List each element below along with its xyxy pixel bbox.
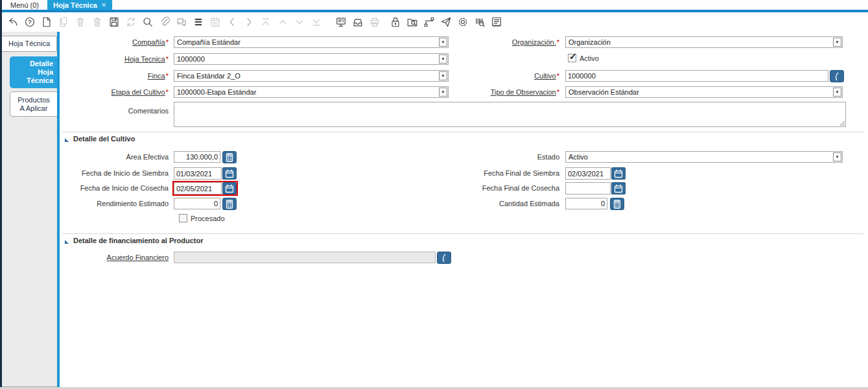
rendimiento-estimado-input[interactable]: [174, 198, 220, 209]
zoom-record-icon: [832, 72, 841, 81]
fecha-inicio-siembra-calendar-button[interactable]: [222, 167, 237, 180]
fecha-final-cosecha-calendar-button[interactable]: [611, 182, 626, 194]
sidebar-tab-hoja-tecnica-label: Hoja Técnica: [8, 40, 50, 48]
organizacion-label: Organización.*: [410, 36, 559, 48]
cultivo-input[interactable]: [565, 70, 828, 82]
compania-select[interactable]: Compañía Estándar ▼: [174, 36, 449, 48]
delete-selection-icon[interactable]: [91, 16, 103, 28]
chevron-down-icon[interactable]: ▼: [833, 38, 841, 47]
acuerdo-financiero-zoom-record-button[interactable]: [437, 252, 451, 264]
sidebar-tab-productos-a-aplicar[interactable]: Productos A Aplicar: [10, 91, 57, 117]
save-icon[interactable]: [108, 16, 120, 28]
close-tab-icon[interactable]: ✕: [101, 1, 106, 8]
calendar-icon: [225, 169, 234, 178]
cantidad-estimada-calculator-button[interactable]: [610, 198, 624, 210]
requery-icon[interactable]: [125, 16, 137, 28]
section-divider: [62, 132, 863, 132]
organizacion-value: Organización: [566, 38, 832, 46]
area-efectiva-input[interactable]: [174, 151, 220, 163]
last-record-icon[interactable]: [311, 16, 322, 28]
check-icon: ✓: [569, 51, 577, 62]
previous-record-icon[interactable]: [277, 16, 288, 28]
fecha-inicio-siembra-input[interactable]: [174, 167, 222, 180]
tipo-observacion-label: Tipo de Observacion*: [410, 86, 559, 98]
help-icon[interactable]: [24, 16, 36, 28]
sidebar-tab-productos-line: Productos: [10, 96, 57, 104]
fecha-final-cosecha-field: [565, 182, 626, 194]
chevron-down-icon[interactable]: ▼: [833, 152, 841, 161]
calculator-icon: [225, 153, 234, 162]
fecha-final-cosecha-input[interactable]: [565, 182, 611, 194]
attachment-icon[interactable]: [159, 16, 170, 28]
tab-hoja-tecnica[interactable]: Hoja Técnica ✕: [47, 0, 112, 10]
fecha-final-cosecha-label: Fecha Final de Cosecha: [410, 182, 559, 194]
application-window: Menú (0) Hoja Técnica ✕: [0, 0, 868, 389]
first-record-icon[interactable]: [260, 16, 272, 28]
sidebar-tab-hoja-tecnica[interactable]: Hoja Técnica: [2, 36, 57, 52]
estado-select[interactable]: Activo ▼: [565, 151, 843, 163]
section-detalle-cultivo-title: Detalle del Cultivo: [73, 135, 135, 143]
workflow-icon[interactable]: [423, 16, 435, 28]
calculator-icon: [613, 200, 622, 209]
fecha-final-siembra-calendar-button[interactable]: [611, 167, 626, 180]
preferences-icon[interactable]: [457, 16, 469, 28]
tab-hoja-tecnica-label: Hoja Técnica: [53, 1, 97, 9]
copy-record-icon[interactable]: [58, 16, 69, 28]
acuerdo-financiero-input[interactable]: [174, 252, 436, 263]
chevron-down-icon[interactable]: ▼: [439, 54, 447, 64]
rendimiento-estimado-calculator-button[interactable]: [222, 198, 237, 210]
activo-label: Activo: [580, 54, 599, 63]
area-efectiva-calculator-button[interactable]: [222, 151, 237, 163]
delete-record-icon[interactable]: [75, 16, 86, 28]
chevron-down-icon[interactable]: ▼: [833, 88, 841, 97]
find-icon[interactable]: [142, 16, 154, 28]
fecha-inicio-cosecha-calendar-button[interactable]: [222, 182, 237, 194]
zoom-across-icon[interactable]: [406, 16, 418, 28]
activo-checkbox[interactable]: ✓: [568, 54, 576, 62]
new-record-icon[interactable]: [41, 16, 53, 28]
calendar-icon: [225, 184, 234, 193]
collapse-triangle-icon: [65, 240, 69, 244]
collapse-triangle-icon: [65, 138, 69, 142]
hoja-tecnica-label: Hoja Tecnica*: [60, 53, 169, 65]
organizacion-select[interactable]: Organización ▼: [565, 36, 843, 48]
next-record-icon[interactable]: [294, 16, 305, 28]
finca-select[interactable]: Finca Estándar 2_O ▼: [174, 70, 449, 82]
fecha-final-siembra-input[interactable]: [565, 167, 611, 180]
finca-value: Finca Estándar 2_O: [174, 72, 438, 80]
procesado-checkbox[interactable]: ✓: [179, 214, 187, 222]
cultivo-zoom-record-button[interactable]: [830, 70, 844, 82]
comentarios-textarea[interactable]: [174, 102, 846, 127]
undo-icon[interactable]: [7, 16, 19, 28]
grid-toggle-icon[interactable]: [193, 16, 204, 28]
etapa-cultivo-select[interactable]: 1000000-Etapa Estándar ▼: [174, 86, 449, 98]
product-info-icon[interactable]: [474, 16, 486, 28]
acuerdo-financiero-label: Acuerdo Financiero: [60, 252, 169, 263]
print-icon[interactable]: [369, 16, 381, 28]
calendar-icon[interactable]: [209, 16, 221, 28]
lock-icon[interactable]: [390, 16, 401, 28]
sidebar-tab-detalle-hoja-tecnica[interactable]: Detalle Hoja Técnica: [10, 56, 57, 88]
tipo-observacion-select[interactable]: Observación Estándar ▼: [565, 86, 843, 98]
section-detalle-cultivo[interactable]: Detalle del Cultivo: [65, 135, 135, 143]
zoom-record-icon: [440, 253, 449, 263]
archive-icon[interactable]: [352, 16, 364, 28]
tab-menu[interactable]: Menú (0): [2, 0, 47, 10]
nav-right-icon[interactable]: [243, 16, 255, 28]
nav-left-icon[interactable]: [226, 16, 238, 28]
fecha-inicio-cosecha-input[interactable]: [174, 182, 222, 194]
etapa-cultivo-value: 1000000-Etapa Estándar: [174, 88, 438, 96]
cantidad-estimada-input[interactable]: [565, 198, 607, 209]
fecha-final-siembra-field: [565, 167, 626, 180]
compania-label: Compañía*: [60, 36, 169, 48]
fecha-inicio-siembra-label: Fecha de Inicio de Siembra: [60, 167, 169, 179]
window-report-icon[interactable]: [491, 16, 502, 28]
share-icon[interactable]: [440, 16, 452, 28]
chat-icon[interactable]: [176, 16, 187, 28]
section-financiamiento[interactable]: Detalle de financiamiento al Productor: [65, 237, 204, 245]
estado-label: Estado: [410, 151, 559, 163]
report-icon[interactable]: [335, 16, 347, 28]
cultivo-label: Cultivo*: [410, 70, 559, 82]
hoja-tecnica-select[interactable]: 1000000 ▼: [174, 53, 449, 65]
tipo-observacion-value: Observación Estándar: [566, 88, 832, 96]
